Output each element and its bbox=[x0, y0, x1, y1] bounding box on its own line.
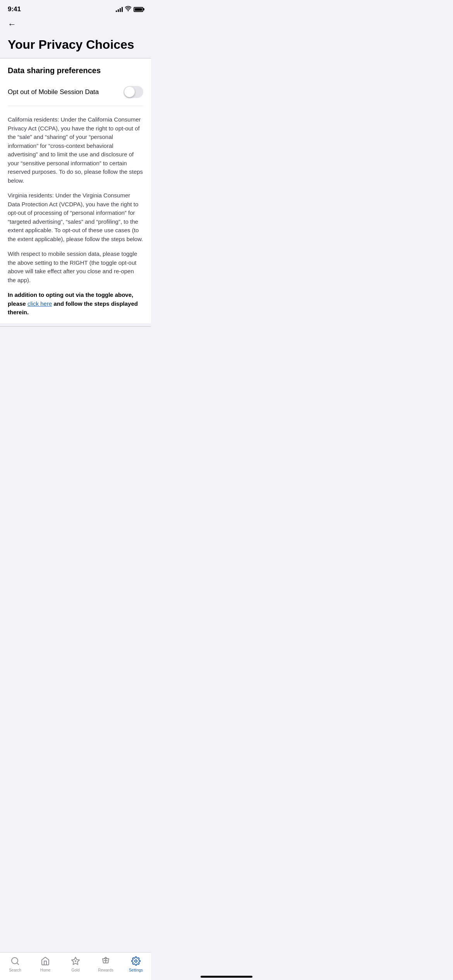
click-here-link[interactable]: click here bbox=[27, 300, 52, 307]
status-bar: 9:41 bbox=[0, 0, 151, 16]
content-area: Data sharing preferences Opt out of Mobi… bbox=[0, 58, 151, 323]
opt-out-toggle-row: Opt out of Mobile Session Data bbox=[8, 81, 143, 103]
mobile-session-toggle[interactable] bbox=[124, 86, 143, 98]
scroll-content[interactable]: Data sharing preferences Opt out of Mobi… bbox=[0, 58, 151, 327]
toggle-knob bbox=[124, 87, 135, 97]
signal-icon bbox=[116, 7, 123, 12]
status-icons bbox=[116, 6, 143, 13]
back-button[interactable]: ← bbox=[8, 19, 16, 29]
opt-out-paragraph: In addition to opting out via the toggle… bbox=[8, 291, 143, 317]
data-sharing-title: Data sharing preferences bbox=[8, 58, 143, 81]
california-paragraph: California residents: Under the Californ… bbox=[8, 115, 143, 185]
mobile-session-paragraph: With respect to mobile session data, ple… bbox=[8, 250, 143, 284]
nav-header: ← bbox=[0, 16, 151, 34]
status-time: 9:41 bbox=[8, 5, 21, 13]
privacy-body-text: California residents: Under the Californ… bbox=[8, 109, 143, 323]
wifi-icon bbox=[125, 6, 131, 13]
toggle-label: Opt out of Mobile Session Data bbox=[8, 88, 99, 96]
page-title: Your Privacy Choices bbox=[0, 34, 151, 58]
toggle-divider bbox=[8, 106, 143, 106]
battery-icon bbox=[134, 7, 143, 12]
virginia-paragraph: Virginia residents: Under the Virginia C… bbox=[8, 191, 143, 243]
